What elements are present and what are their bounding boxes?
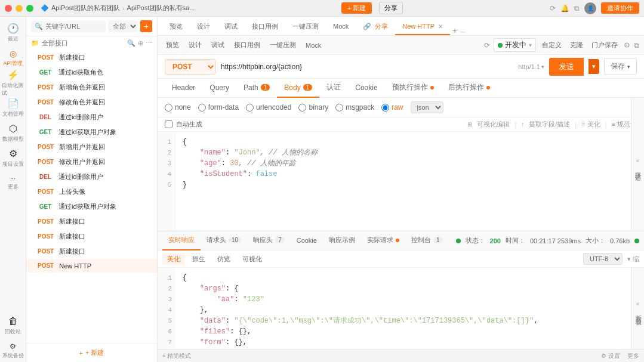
- collaborate-button[interactable]: 邀请协作: [601, 2, 639, 14]
- bottom-tab-response-example[interactable]: 响应示例: [323, 231, 361, 250]
- toolbar-clone[interactable]: 克隆: [568, 39, 586, 51]
- settings-list-icon[interactable]: ⊕: [138, 39, 143, 47]
- tab-share[interactable]: 🔗 分享: [356, 18, 395, 35]
- toolbar-tab-preview2[interactable]: 预览: [162, 38, 183, 52]
- sidebar-item-system[interactable]: ⚙ 系统备份: [2, 339, 24, 362]
- list-item[interactable]: POST 新增角色并返回: [26, 80, 157, 95]
- assertion-panel[interactable]: « 断言与校验: [631, 268, 644, 349]
- sidebar-item-more[interactable]: ··· 更多: [2, 172, 24, 194]
- bottom-tab-cookie[interactable]: Cookie: [291, 231, 323, 250]
- url-input[interactable]: [221, 63, 513, 71]
- settings-toolbar-icon[interactable]: ⚙: [624, 41, 630, 49]
- param-tab-cookie[interactable]: Cookie: [348, 79, 384, 98]
- list-item[interactable]: POST 新增用户并返回: [26, 140, 157, 154]
- filter-select[interactable]: 全部: [108, 20, 138, 32]
- param-tab-query[interactable]: Query: [202, 79, 236, 98]
- json-format-select[interactable]: json xml text: [411, 101, 443, 113]
- tab-debug[interactable]: 调试: [217, 18, 245, 35]
- extract-field-label[interactable]: 提取字段/描述: [529, 120, 570, 129]
- list-item[interactable]: POST 修改用户并返回: [26, 154, 157, 169]
- sidebar-item-api-manage[interactable]: ◎ API管理: [2, 47, 24, 69]
- search-list-icon[interactable]: 🔍: [127, 39, 135, 47]
- notifications-icon[interactable]: 🔔: [560, 4, 569, 13]
- list-item[interactable]: POST 新建接口: [26, 50, 157, 65]
- env-select[interactable]: 开发中 ▾: [494, 38, 536, 52]
- tab-interface-cases[interactable]: 接口用例: [245, 18, 285, 35]
- param-tab-header[interactable]: Header: [165, 79, 202, 98]
- field-desc-panel[interactable]: « 字段描述: [631, 98, 644, 231]
- option-raw[interactable]: raw: [381, 103, 403, 112]
- method-select[interactable]: POST GET PUT DELETE: [165, 59, 216, 75]
- avatar[interactable]: 👤: [584, 2, 596, 14]
- list-item[interactable]: DEL 通过id删除用户: [26, 169, 157, 184]
- sidebar-item-data-model[interactable]: ⬡ 数据模型: [2, 122, 24, 144]
- share-button[interactable]: 分享: [379, 2, 403, 14]
- send-dropdown-button[interactable]: ▾: [588, 59, 599, 74]
- save-button[interactable]: 保存 ▾: [604, 58, 637, 75]
- sidebar-item-recent[interactable]: 🕐 最近: [2, 21, 24, 44]
- option-urlencoded[interactable]: urlencoded: [246, 103, 291, 112]
- toolbar-tab-interface[interactable]: 接口用例: [230, 38, 264, 52]
- sidebar-item-recycle[interactable]: 🗑 回收站: [2, 314, 24, 337]
- more-list-icon[interactable]: ⋯: [146, 39, 152, 47]
- sidebar-item-project-settings[interactable]: ⚙ 项目设置: [2, 147, 24, 169]
- close-button[interactable]: [5, 5, 12, 12]
- fmt-tab-raw[interactable]: 原生: [187, 253, 210, 265]
- encoding-select[interactable]: UTF-8: [583, 253, 623, 265]
- list-item[interactable]: POST 新建接口: [26, 229, 157, 244]
- search-input[interactable]: [45, 23, 93, 30]
- tab-mock[interactable]: Mock: [326, 18, 356, 35]
- sync-toolbar-icon[interactable]: ⟳: [484, 41, 490, 49]
- toolbar-tab-mock2[interactable]: Mock: [302, 39, 325, 51]
- param-tab-auth[interactable]: 认证: [319, 79, 348, 98]
- bottom-tab-actual-request[interactable]: 实际请求: [361, 231, 405, 250]
- list-item[interactable]: POST 上传头像: [26, 184, 157, 199]
- bottom-tab-response-headers[interactable]: 响应头 7: [247, 231, 291, 250]
- new-button[interactable]: + 新建: [341, 2, 372, 14]
- option-none[interactable]: none: [165, 103, 191, 112]
- toolbar-tab-design2[interactable]: 设计: [185, 38, 205, 52]
- toolbar-portal-save[interactable]: 门户保存: [589, 39, 620, 51]
- param-tab-body[interactable]: Body 1: [277, 79, 319, 98]
- fmt-tab-visual[interactable]: 可视化: [238, 253, 267, 265]
- list-item[interactable]: GET 通过id获取角色: [26, 65, 157, 80]
- param-tab-post-exec[interactable]: 后执行操作: [441, 79, 497, 98]
- add-api-footer[interactable]: + + 新建: [26, 343, 157, 362]
- auto-gen-checkbox[interactable]: [165, 120, 172, 128]
- encoding-dropdown[interactable]: ▾ 缩: [627, 255, 639, 264]
- settings-bottom-icon[interactable]: ⚙ 设置: [601, 352, 620, 360]
- tab-preview[interactable]: 预览: [162, 18, 190, 35]
- tab-stress-test[interactable]: 一键压测: [285, 18, 326, 35]
- toolbar-customize[interactable]: 自定义: [540, 39, 564, 51]
- option-form-data[interactable]: form-data: [198, 103, 239, 112]
- tab-new-http[interactable]: New HTTP ✕: [395, 18, 450, 35]
- toolbar-tab-debug2[interactable]: 调试: [208, 38, 228, 52]
- sync-icon[interactable]: ⟳: [550, 4, 556, 13]
- send-button[interactable]: 发送: [549, 58, 584, 76]
- bottom-tab-realtime[interactable]: 实时响应: [162, 231, 201, 250]
- add-tab-button[interactable]: +: [452, 26, 457, 35]
- fmt-tab-preview[interactable]: 仿览: [212, 253, 235, 265]
- tab-more[interactable]: ···: [460, 28, 465, 35]
- list-item[interactable]: GET 通过id获取用户对象: [26, 199, 157, 214]
- fmt-tab-beautify[interactable]: 美化: [162, 253, 185, 265]
- list-item[interactable]: POST 新建接口: [26, 244, 157, 259]
- list-item-active[interactable]: POST New HTTP: [26, 259, 157, 273]
- bottom-tab-request-headers[interactable]: 请求头 10: [201, 231, 247, 250]
- visual-edit-label[interactable]: 可视化编辑: [477, 120, 510, 129]
- fullscreen-button[interactable]: [26, 5, 33, 12]
- add-api-button[interactable]: +: [140, 20, 152, 32]
- list-item[interactable]: GET 通过id获取用户对象: [26, 125, 157, 140]
- param-tab-path[interactable]: Path 1: [236, 79, 277, 98]
- minimize-button[interactable]: [16, 5, 23, 12]
- windows-icon[interactable]: ⧉: [574, 4, 580, 13]
- list-item[interactable]: POST 新建接口: [26, 214, 157, 229]
- param-tab-pre-exec[interactable]: 预执行操作: [385, 79, 441, 98]
- toolbar-tab-compress[interactable]: 一键压测: [266, 38, 300, 52]
- list-item[interactable]: POST 修改角色并返回: [26, 95, 157, 110]
- sidebar-item-doc-manage[interactable]: 📄 文档管理: [2, 97, 24, 119]
- tab-design[interactable]: 设计: [190, 18, 217, 35]
- code-content[interactable]: { "name": "John", // 人物的名称 "age": 30, //…: [175, 132, 644, 231]
- expand-icon[interactable]: ⧉: [634, 41, 639, 49]
- tab-close-icon[interactable]: ✕: [438, 23, 443, 30]
